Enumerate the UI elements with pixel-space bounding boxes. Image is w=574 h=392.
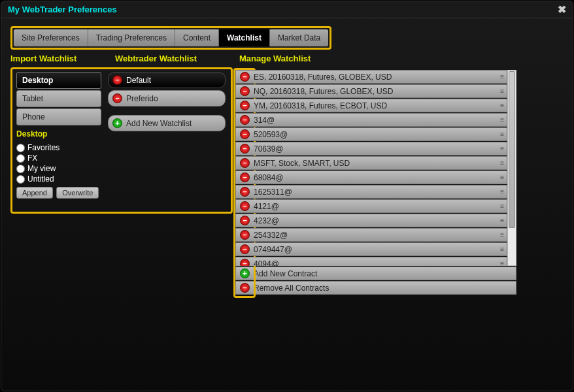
drag-handle-icon[interactable]: ≡: [500, 174, 503, 181]
selected-device-label: Desktop: [16, 129, 101, 139]
minus-icon: –: [112, 93, 122, 103]
minus-icon[interactable]: –: [240, 244, 250, 254]
dialog-header: My WebTrader Preferences ✖: [1, 1, 573, 18]
contract-row[interactable]: –YM, 20160318, Futures, ECBOT, USD≡: [235, 99, 507, 112]
contract-row[interactable]: –70639@≡: [235, 142, 507, 155]
watchlist-item[interactable]: –Preferido: [108, 90, 226, 106]
minus-icon[interactable]: –: [240, 86, 250, 96]
contract-label: NQ, 20160318, Futures, GLOBEX, USD: [254, 87, 393, 96]
view-option-fx[interactable]: FX: [16, 153, 101, 163]
drag-handle-icon[interactable]: ≡: [500, 231, 503, 238]
drag-handle-icon[interactable]: ≡: [500, 159, 503, 167]
drag-handle-icon[interactable]: ≡: [500, 145, 503, 152]
minus-icon[interactable]: –: [240, 115, 250, 125]
view-radio[interactable]: [16, 165, 25, 173]
scrollbar-thumb[interactable]: [509, 71, 515, 228]
view-radio[interactable]: [16, 175, 25, 184]
contract-row[interactable]: –254332@≡: [235, 228, 507, 242]
drag-handle-icon[interactable]: ≡: [500, 260, 503, 266]
minus-icon[interactable]: –: [240, 216, 250, 225]
contract-label: 4094@: [254, 259, 279, 267]
contract-label: ES, 20160318, Futures, GLOBEX, USD: [254, 73, 392, 82]
import-watchlist-header: Import Watchlist: [10, 54, 115, 63]
dialog-title: My WebTrader Preferences: [8, 5, 117, 14]
contract-row[interactable]: –4121@≡: [235, 199, 507, 213]
minus-icon[interactable]: –: [240, 201, 250, 211]
watchlist-item-label: Default: [126, 76, 151, 85]
contract-row[interactable]: –4232@≡: [235, 214, 507, 227]
column-headers: Import Watchlist Webtrader Watchlist Man…: [10, 54, 564, 67]
watchlist-item[interactable]: +Add New Watchlist: [108, 115, 226, 131]
contract-label: 68084@: [254, 173, 284, 182]
contract-row[interactable]: –520593@≡: [235, 127, 507, 141]
view-label: My view: [27, 163, 56, 174]
device-phone[interactable]: Phone: [16, 108, 101, 125]
tabs-highlight-box: Site PreferencesTrading PreferencesConte…: [10, 26, 331, 50]
contract-row[interactable]: –0749447@≡: [235, 242, 507, 256]
minus-icon: –: [240, 283, 250, 293]
contract-list: –ES, 20160318, Futures, GLOBEX, USD≡–NQ,…: [235, 70, 507, 266]
contract-row[interactable]: –NQ, 20160318, Futures, GLOBEX, USD≡: [235, 84, 507, 98]
view-label: FX: [27, 153, 37, 163]
drag-handle-icon[interactable]: ≡: [500, 246, 503, 253]
tab-content[interactable]: Content: [175, 29, 219, 46]
plus-icon: +: [240, 269, 250, 278]
manage-watchlist-header: Manage Watchlist: [239, 54, 564, 63]
contract-scrollbar[interactable]: [507, 70, 516, 266]
webtrader-watchlist-panel: –Default–Preferido+Add New Watchlist: [108, 69, 226, 199]
contract-row[interactable]: –MSFT, Stock, SMART, USD≡: [235, 156, 507, 170]
contract-label: MSFT, Stock, SMART, USD: [254, 159, 350, 168]
preferences-dialog: My WebTrader Preferences ✖ Site Preferen…: [1, 1, 573, 391]
minus-icon[interactable]: –: [240, 230, 250, 240]
contract-row[interactable]: –ES, 20160318, Futures, GLOBEX, USD≡: [235, 70, 507, 84]
minus-icon[interactable]: –: [240, 187, 250, 197]
contract-row[interactable]: –68084@≡: [235, 171, 507, 184]
contract-label: 70639@: [254, 144, 284, 154]
add-contract-label: Add New Contract: [254, 269, 317, 278]
view-option-untitled[interactable]: Untitled: [16, 174, 101, 184]
watchlist-item[interactable]: –Default: [108, 72, 226, 88]
drag-handle-icon[interactable]: ≡: [500, 203, 503, 210]
drag-handle-icon[interactable]: ≡: [500, 73, 503, 80]
append-button[interactable]: Append: [16, 187, 53, 199]
view-label: Favorites: [27, 142, 59, 153]
drag-handle-icon[interactable]: ≡: [500, 102, 503, 109]
contract-row[interactable]: –1625311@≡: [235, 185, 507, 199]
drag-handle-icon[interactable]: ≡: [500, 116, 503, 123]
minus-icon[interactable]: –: [240, 129, 250, 139]
drag-handle-icon[interactable]: ≡: [500, 88, 503, 95]
contract-label: 314@: [254, 116, 275, 125]
view-option-favorites[interactable]: Favorites: [16, 142, 101, 153]
contract-label: 1625311@: [254, 188, 292, 197]
close-icon[interactable]: ✖: [558, 3, 566, 16]
minus-icon[interactable]: –: [240, 172, 250, 182]
view-option-my-view[interactable]: My view: [16, 163, 101, 174]
contract-row[interactable]: –4094@≡: [235, 257, 507, 266]
tab-watchlist[interactable]: Watchlist: [219, 29, 270, 46]
device-tablet[interactable]: Tablet: [16, 90, 101, 107]
tab-bar: Site PreferencesTrading PreferencesConte…: [14, 29, 328, 46]
minus-icon[interactable]: –: [240, 72, 250, 82]
device-desktop[interactable]: Desktop: [16, 72, 101, 89]
tab-trading-preferences[interactable]: Trading Preferences: [88, 29, 175, 46]
contract-row[interactable]: –314@≡: [235, 113, 507, 127]
drag-handle-icon[interactable]: ≡: [500, 188, 503, 195]
add-contract-button[interactable]: + Add New Contract: [235, 267, 516, 280]
minus-icon[interactable]: –: [240, 259, 250, 266]
minus-icon[interactable]: –: [240, 158, 250, 168]
import-highlight-box: DesktopTabletPhone Desktop FavoritesFXMy…: [10, 67, 233, 295]
tab-market-data[interactable]: Market Data: [270, 29, 328, 46]
overwrite-button[interactable]: Overwrite: [56, 187, 99, 199]
view-radio[interactable]: [16, 154, 25, 163]
drag-handle-icon[interactable]: ≡: [500, 217, 503, 224]
view-label: Untitled: [27, 174, 54, 184]
view-radio[interactable]: [16, 144, 25, 152]
device-list: DesktopTabletPhone: [16, 72, 101, 125]
minus-icon[interactable]: –: [240, 144, 250, 154]
tab-site-preferences[interactable]: Site Preferences: [14, 29, 88, 46]
watchlist-item-label: Add New Watchlist: [126, 119, 192, 128]
remove-all-button[interactable]: – Remove All Contracts: [235, 281, 516, 295]
drag-handle-icon[interactable]: ≡: [500, 131, 503, 138]
minus-icon[interactable]: –: [240, 101, 250, 110]
minus-icon: –: [112, 75, 122, 85]
